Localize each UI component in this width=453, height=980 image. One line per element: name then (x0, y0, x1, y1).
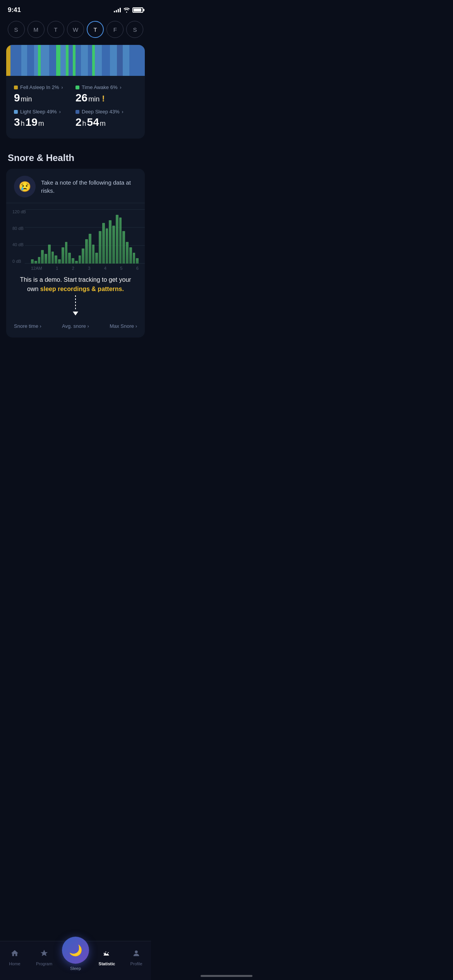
day-selector: S M T W T F S (0, 17, 151, 43)
fell-asleep-value: 9 (14, 92, 20, 104)
time-3: 3 (88, 266, 90, 271)
dashed-line (75, 295, 76, 311)
time-awake-dot (76, 86, 79, 89)
light-sleep-stat[interactable]: Light Sleep 49% › 3 h 19 m (14, 106, 76, 131)
db-label-0: 0 dB (12, 259, 26, 264)
status-icons (114, 7, 143, 13)
snore-card: 😢 Take a note of the following data at r… (6, 169, 145, 338)
sleep-chart (6, 45, 145, 76)
light-sleep-dot (14, 110, 18, 114)
demo-highlight: sleep recordings & patterns. (40, 286, 124, 292)
sleep-stats-grid: Fell Asleep In 2% › 9 min Time Awake 6% … (6, 76, 145, 131)
time-awake-label: Time Awake 6% (82, 84, 118, 90)
snore-section-title: Snore & Health (0, 145, 151, 169)
light-sleep-m: 19 (26, 116, 38, 128)
day-sunday[interactable]: S (8, 21, 25, 38)
deep-sleep-dot (76, 110, 79, 114)
deep-sleep-m: 54 (87, 116, 99, 128)
status-time: 9:41 (8, 6, 21, 14)
db-chart-container: 120 dB 80 dB 40 dB 0 dB (6, 203, 145, 264)
db-label-80: 80 dB (12, 226, 26, 231)
day-thursday[interactable]: T (87, 21, 104, 38)
arrow-head (73, 312, 78, 315)
battery-icon (132, 7, 143, 13)
day-wednesday[interactable]: W (67, 21, 84, 38)
db-labels: 120 dB 80 dB 40 dB 0 dB (12, 209, 26, 264)
time-2: 2 (72, 266, 74, 271)
light-sleep-h: 3 (14, 116, 20, 128)
light-sleep-h-unit: h (21, 120, 25, 128)
db-label-40: 40 dB (12, 242, 26, 247)
time-awake-stat[interactable]: Time Awake 6% › 26 min ! (76, 82, 137, 106)
demo-overlay: This is a demo. Start tracking to get yo… (6, 271, 145, 294)
time-awake-unit: min (88, 95, 100, 103)
deep-sleep-stat[interactable]: Deep Sleep 43% › 2 h 54 m (76, 106, 137, 131)
fell-asleep-label: Fell Asleep In 2% (20, 84, 59, 90)
deep-sleep-m-unit: m (100, 120, 106, 128)
day-monday[interactable]: M (27, 21, 45, 38)
dashed-arrow (73, 295, 78, 315)
day-tuesday[interactable]: T (47, 21, 64, 38)
time-awake-value: 26 (76, 92, 88, 104)
time-12am: 12AM (31, 266, 42, 271)
status-bar: 9:41 (0, 0, 151, 17)
day-friday[interactable]: F (106, 21, 124, 38)
time-1: 1 (56, 266, 58, 271)
deep-sleep-h-unit: h (82, 120, 86, 128)
fell-asleep-stat[interactable]: Fell Asleep In 2% › 9 min (14, 82, 76, 106)
deep-sleep-label: Deep Sleep 43% (82, 109, 120, 115)
wifi-icon (123, 8, 130, 13)
max-snore-stat[interactable]: Max Snore › (110, 323, 137, 329)
snore-emoji: 😢 (14, 176, 36, 197)
time-4: 4 (104, 266, 106, 271)
time-6: 6 (136, 266, 139, 271)
db-label-120: 120 dB (12, 209, 26, 214)
time-5: 5 (120, 266, 122, 271)
demo-text: This is a demo. Start tracking to get yo… (20, 276, 131, 292)
fell-asleep-dot (14, 86, 18, 89)
sleep-card: Fell Asleep In 2% › 9 min Time Awake 6% … (6, 45, 145, 139)
avg-snore-stat[interactable]: Avg. snore › (62, 323, 89, 329)
fell-asleep-unit: min (21, 95, 32, 103)
day-saturday[interactable]: S (126, 21, 143, 38)
snore-time-stat[interactable]: Snore time › (14, 323, 41, 329)
snore-bottom-stats: Snore time › Avg. snore › Max Snore › (6, 319, 145, 331)
arrow-pointer (6, 294, 145, 319)
deep-sleep-h: 2 (76, 116, 82, 128)
time-awake-warn: ! (102, 94, 105, 104)
signal-icon (114, 8, 121, 12)
light-sleep-m-unit: m (38, 120, 44, 128)
snore-warning-text: Take a note of the following data at ris… (41, 178, 137, 195)
time-labels: 12AM 1 2 3 4 5 6 (6, 264, 145, 271)
db-chart (31, 209, 139, 264)
light-sleep-label: Light Sleep 49% (20, 109, 57, 115)
snore-header: 😢 Take a note of the following data at r… (6, 169, 145, 203)
